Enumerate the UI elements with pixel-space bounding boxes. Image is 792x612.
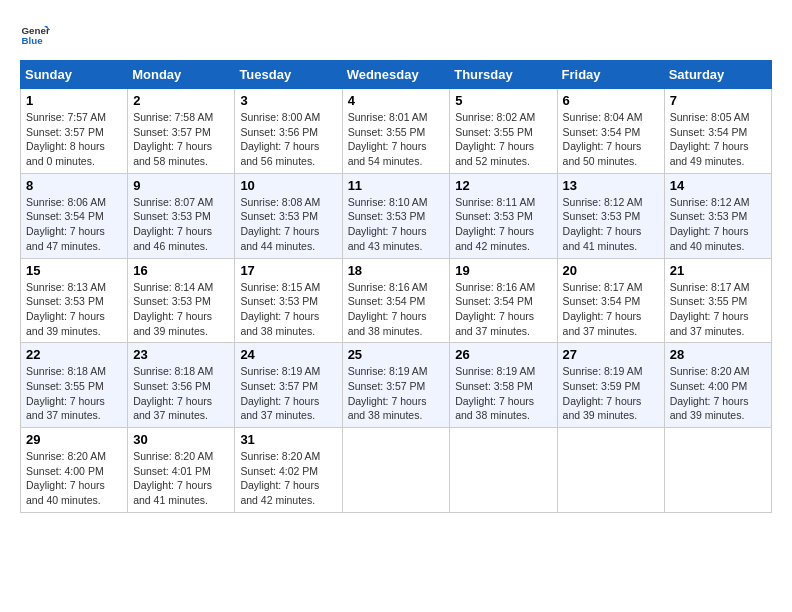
- day-number: 25: [348, 347, 445, 362]
- weekday-header: Saturday: [664, 61, 771, 89]
- day-info: Sunrise: 8:01 AMSunset: 3:55 PMDaylight:…: [348, 110, 445, 169]
- weekday-header: Thursday: [450, 61, 557, 89]
- day-info: Sunrise: 8:06 AMSunset: 3:54 PMDaylight:…: [26, 195, 122, 254]
- day-number: 6: [563, 93, 659, 108]
- calendar-cell: 14Sunrise: 8:12 AMSunset: 3:53 PMDayligh…: [664, 173, 771, 258]
- calendar-cell: 24Sunrise: 8:19 AMSunset: 3:57 PMDayligh…: [235, 343, 342, 428]
- calendar-week-row: 1Sunrise: 7:57 AMSunset: 3:57 PMDaylight…: [21, 89, 772, 174]
- day-info: Sunrise: 8:20 AMSunset: 4:00 PMDaylight:…: [670, 364, 766, 423]
- day-number: 12: [455, 178, 551, 193]
- day-info: Sunrise: 8:15 AMSunset: 3:53 PMDaylight:…: [240, 280, 336, 339]
- day-info: Sunrise: 8:20 AMSunset: 4:00 PMDaylight:…: [26, 449, 122, 508]
- calendar-week-row: 29Sunrise: 8:20 AMSunset: 4:00 PMDayligh…: [21, 428, 772, 513]
- calendar-cell: 29Sunrise: 8:20 AMSunset: 4:00 PMDayligh…: [21, 428, 128, 513]
- day-number: 1: [26, 93, 122, 108]
- logo: General Blue: [20, 20, 50, 50]
- day-number: 20: [563, 263, 659, 278]
- day-info: Sunrise: 8:00 AMSunset: 3:56 PMDaylight:…: [240, 110, 336, 169]
- day-number: 7: [670, 93, 766, 108]
- day-number: 28: [670, 347, 766, 362]
- calendar-cell: 17Sunrise: 8:15 AMSunset: 3:53 PMDayligh…: [235, 258, 342, 343]
- calendar-cell: 8Sunrise: 8:06 AMSunset: 3:54 PMDaylight…: [21, 173, 128, 258]
- day-number: 24: [240, 347, 336, 362]
- day-number: 19: [455, 263, 551, 278]
- day-number: 13: [563, 178, 659, 193]
- weekday-header: Wednesday: [342, 61, 450, 89]
- calendar-cell: 5Sunrise: 8:02 AMSunset: 3:55 PMDaylight…: [450, 89, 557, 174]
- day-number: 8: [26, 178, 122, 193]
- day-info: Sunrise: 8:20 AMSunset: 4:01 PMDaylight:…: [133, 449, 229, 508]
- day-info: Sunrise: 8:13 AMSunset: 3:53 PMDaylight:…: [26, 280, 122, 339]
- calendar-cell: 22Sunrise: 8:18 AMSunset: 3:55 PMDayligh…: [21, 343, 128, 428]
- day-info: Sunrise: 8:12 AMSunset: 3:53 PMDaylight:…: [670, 195, 766, 254]
- day-info: Sunrise: 8:14 AMSunset: 3:53 PMDaylight:…: [133, 280, 229, 339]
- day-info: Sunrise: 8:10 AMSunset: 3:53 PMDaylight:…: [348, 195, 445, 254]
- calendar-cell: 27Sunrise: 8:19 AMSunset: 3:59 PMDayligh…: [557, 343, 664, 428]
- day-number: 11: [348, 178, 445, 193]
- day-number: 27: [563, 347, 659, 362]
- day-number: 10: [240, 178, 336, 193]
- day-info: Sunrise: 8:19 AMSunset: 3:57 PMDaylight:…: [240, 364, 336, 423]
- calendar-week-row: 8Sunrise: 8:06 AMSunset: 3:54 PMDaylight…: [21, 173, 772, 258]
- svg-text:Blue: Blue: [22, 35, 44, 46]
- day-number: 9: [133, 178, 229, 193]
- day-number: 18: [348, 263, 445, 278]
- day-number: 14: [670, 178, 766, 193]
- day-info: Sunrise: 8:18 AMSunset: 3:56 PMDaylight:…: [133, 364, 229, 423]
- day-number: 4: [348, 93, 445, 108]
- weekday-header: Monday: [128, 61, 235, 89]
- calendar-cell: 10Sunrise: 8:08 AMSunset: 3:53 PMDayligh…: [235, 173, 342, 258]
- day-number: 30: [133, 432, 229, 447]
- day-info: Sunrise: 8:08 AMSunset: 3:53 PMDaylight:…: [240, 195, 336, 254]
- calendar-cell: 4Sunrise: 8:01 AMSunset: 3:55 PMDaylight…: [342, 89, 450, 174]
- day-info: Sunrise: 8:19 AMSunset: 3:57 PMDaylight:…: [348, 364, 445, 423]
- calendar-cell: 7Sunrise: 8:05 AMSunset: 3:54 PMDaylight…: [664, 89, 771, 174]
- day-info: Sunrise: 8:02 AMSunset: 3:55 PMDaylight:…: [455, 110, 551, 169]
- day-number: 15: [26, 263, 122, 278]
- day-number: 21: [670, 263, 766, 278]
- day-number: 5: [455, 93, 551, 108]
- day-info: Sunrise: 7:57 AMSunset: 3:57 PMDaylight:…: [26, 110, 122, 169]
- day-number: 3: [240, 93, 336, 108]
- calendar-cell: 31Sunrise: 8:20 AMSunset: 4:02 PMDayligh…: [235, 428, 342, 513]
- calendar-cell: 1Sunrise: 7:57 AMSunset: 3:57 PMDaylight…: [21, 89, 128, 174]
- day-info: Sunrise: 8:04 AMSunset: 3:54 PMDaylight:…: [563, 110, 659, 169]
- logo-icon: General Blue: [20, 20, 50, 50]
- weekday-header: Tuesday: [235, 61, 342, 89]
- calendar-cell: 6Sunrise: 8:04 AMSunset: 3:54 PMDaylight…: [557, 89, 664, 174]
- calendar-cell: [664, 428, 771, 513]
- day-info: Sunrise: 8:16 AMSunset: 3:54 PMDaylight:…: [348, 280, 445, 339]
- calendar-cell: 3Sunrise: 8:00 AMSunset: 3:56 PMDaylight…: [235, 89, 342, 174]
- day-number: 29: [26, 432, 122, 447]
- calendar-week-row: 22Sunrise: 8:18 AMSunset: 3:55 PMDayligh…: [21, 343, 772, 428]
- weekday-header: Sunday: [21, 61, 128, 89]
- day-info: Sunrise: 8:12 AMSunset: 3:53 PMDaylight:…: [563, 195, 659, 254]
- day-number: 31: [240, 432, 336, 447]
- calendar-header-row: SundayMondayTuesdayWednesdayThursdayFrid…: [21, 61, 772, 89]
- day-info: Sunrise: 8:17 AMSunset: 3:55 PMDaylight:…: [670, 280, 766, 339]
- day-number: 17: [240, 263, 336, 278]
- calendar-cell: 9Sunrise: 8:07 AMSunset: 3:53 PMDaylight…: [128, 173, 235, 258]
- calendar-cell: 21Sunrise: 8:17 AMSunset: 3:55 PMDayligh…: [664, 258, 771, 343]
- calendar-cell: 13Sunrise: 8:12 AMSunset: 3:53 PMDayligh…: [557, 173, 664, 258]
- calendar-cell: 30Sunrise: 8:20 AMSunset: 4:01 PMDayligh…: [128, 428, 235, 513]
- weekday-header: Friday: [557, 61, 664, 89]
- page-header: General Blue: [20, 20, 772, 50]
- day-info: Sunrise: 8:05 AMSunset: 3:54 PMDaylight:…: [670, 110, 766, 169]
- calendar-cell: 19Sunrise: 8:16 AMSunset: 3:54 PMDayligh…: [450, 258, 557, 343]
- day-info: Sunrise: 8:19 AMSunset: 3:58 PMDaylight:…: [455, 364, 551, 423]
- calendar-cell: [557, 428, 664, 513]
- calendar-cell: 20Sunrise: 8:17 AMSunset: 3:54 PMDayligh…: [557, 258, 664, 343]
- calendar-cell: 23Sunrise: 8:18 AMSunset: 3:56 PMDayligh…: [128, 343, 235, 428]
- day-number: 22: [26, 347, 122, 362]
- calendar-cell: [450, 428, 557, 513]
- day-info: Sunrise: 8:17 AMSunset: 3:54 PMDaylight:…: [563, 280, 659, 339]
- day-number: 26: [455, 347, 551, 362]
- day-number: 23: [133, 347, 229, 362]
- day-number: 2: [133, 93, 229, 108]
- calendar-cell: 15Sunrise: 8:13 AMSunset: 3:53 PMDayligh…: [21, 258, 128, 343]
- calendar-week-row: 15Sunrise: 8:13 AMSunset: 3:53 PMDayligh…: [21, 258, 772, 343]
- calendar-cell: 28Sunrise: 8:20 AMSunset: 4:00 PMDayligh…: [664, 343, 771, 428]
- day-info: Sunrise: 8:19 AMSunset: 3:59 PMDaylight:…: [563, 364, 659, 423]
- calendar-cell: 12Sunrise: 8:11 AMSunset: 3:53 PMDayligh…: [450, 173, 557, 258]
